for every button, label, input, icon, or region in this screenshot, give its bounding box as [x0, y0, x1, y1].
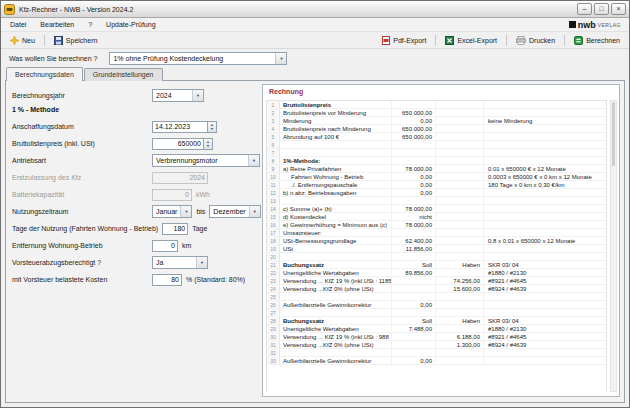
menu-datei[interactable]: Datei [3, 18, 33, 31]
tab-grundeinstellungen[interactable]: Grundeinstellungen [84, 68, 163, 81]
batteriekapazitaet-input [152, 189, 192, 201]
row-description: Minderung [280, 117, 392, 124]
row-value-haben [436, 221, 484, 228]
rechnung-row[interactable]: 20 [267, 253, 606, 261]
rechnung-row[interactable]: 13 [267, 197, 606, 205]
row-value-haben: Haben [436, 317, 484, 324]
row-value-haben [436, 165, 484, 172]
row-value-soll: 89.856,00 [392, 269, 436, 276]
row-description: 1%-Methode: [280, 157, 392, 164]
rechnung-row[interactable]: 14 c) Summe (a)+ (b) 78.000,00 [267, 205, 606, 213]
rechnung-row[interactable]: 31 Verwendung ...KfZ 0% (ohne USt) 1.300… [267, 341, 606, 349]
row-note [484, 213, 606, 220]
excel-export-button[interactable]: Excel-Export [440, 34, 502, 47]
rechnung-row[interactable]: 12 b) n.abz. Betriebsausgaben 0,00 [267, 189, 606, 197]
row-value-soll [392, 229, 436, 236]
row-description [280, 141, 392, 148]
rechnung-row[interactable]: 3 Minderung 0,00 keine Minderung [267, 117, 606, 125]
row-description: Umsatzsteuer: [280, 229, 392, 236]
anschaffungsdatum-input[interactable] [152, 121, 208, 133]
berechnungsart-select[interactable]: 1% ohne Prüfung Kostendeckelung ▼ [109, 52, 287, 65]
berechnen-button[interactable]: Berechnen [569, 34, 625, 47]
row-number: 27 [267, 309, 280, 316]
rechnung-row[interactable]: 5 Abrundung auf 100 € 650.000,00 [267, 133, 606, 141]
rechnung-row[interactable]: 22 Unentgeltliche Wertabgaben 89.856,00 … [267, 269, 606, 277]
rechnung-row[interactable]: 18 USt-Bemessungsgrundlage 62.400,00 0.8… [267, 237, 606, 245]
minimize-button[interactable]: – [577, 3, 592, 15]
rechnung-row[interactable]: 4 Bruttolistenpreis nach Minderung 650.0… [267, 125, 606, 133]
berechnungsjahr-select[interactable]: 2024 ▼ [152, 89, 204, 102]
monat-von-select[interactable]: Januar ▼ [152, 205, 192, 218]
row-description: Buchungssatz [280, 317, 392, 324]
rechnung-row[interactable]: 27 [267, 309, 606, 317]
rechnung-row[interactable]: 25 [267, 293, 606, 301]
speichern-label: Speichern [66, 37, 98, 44]
rechnung-row[interactable]: 1 Bruttolistenpreis [267, 101, 606, 109]
row-value-haben: 15.600,00 [436, 285, 484, 292]
row-note: 0.0003 x 650000 € x 0 km x 12 Monate [484, 173, 606, 180]
tab-berechnungsdaten[interactable]: Berechnungsdaten [6, 67, 83, 81]
row-description: Bruttolistenpreis [280, 101, 392, 108]
toolbar-right: Pdf-Export Excel-Export Drucken [377, 34, 625, 47]
row-number: 29 [267, 325, 280, 332]
row-value-soll: 650.000,00 [392, 125, 436, 132]
pdf-export-button[interactable]: Pdf-Export [377, 34, 431, 47]
rechnung-row[interactable]: 11 ./. Entfernungspauschale 0,00 180 Tag… [267, 181, 606, 189]
rechnung-row[interactable]: 32 [267, 349, 606, 357]
bruttolistenpreis-input[interactable] [152, 138, 204, 150]
row-note: #8921 / #4645 [484, 333, 606, 340]
date-spinner[interactable]: ▲ ▼ [208, 121, 217, 133]
neu-button[interactable]: Neu [5, 34, 40, 47]
rechnung-title: Rechnung [269, 88, 303, 95]
row-note [484, 349, 606, 356]
rechnung-row[interactable]: 24 Verwendung ...KfZ 0% (ohne USt) 15.60… [267, 285, 606, 293]
rechnung-row[interactable]: 6 [267, 141, 606, 149]
scrollbar-thumb[interactable] [612, 102, 615, 166]
rechnung-row[interactable]: 29 Unentgeltliche Wertabgaben 7.488,00 #… [267, 325, 606, 333]
rechnung-row[interactable]: 17 Umsatzsteuer: [267, 229, 606, 237]
rechnung-row[interactable]: 19 USt 11.856,00 [267, 245, 606, 253]
rechnung-row[interactable]: 33 Außerbilanzielle Gewinnkorrektur 0,00 [267, 357, 606, 365]
row-description [280, 309, 392, 316]
row-note [484, 357, 606, 364]
rechnung-row[interactable]: 16 e) Gewinnerhöhung = Minimum aus (c) 7… [267, 221, 606, 229]
row-value-haben [436, 133, 484, 140]
rechnung-row[interactable]: 8 1%-Methode: [267, 157, 606, 165]
tab-page-berechnungsdaten: Berechnungsjahr 2024 ▼ 1 % - Methode Ans… [5, 80, 625, 403]
rechnung-row[interactable]: 2 Bruttolistenpreis vor Minderung 650.00… [267, 109, 606, 117]
rechnung-row[interactable]: 28 Buchungssatz Soll Haben SKR 03/ 04 [267, 317, 606, 325]
entfernung-input[interactable] [152, 240, 178, 252]
rechnung-row[interactable]: 23 Verwendung ... KfZ 19 % (inkl.USt : 1… [267, 277, 606, 285]
close-button[interactable]: × [611, 3, 626, 15]
row-note: SKR 03/ 04 [484, 317, 606, 324]
drucken-button[interactable]: Drucken [511, 34, 560, 47]
rechnung-row[interactable]: 15 d) Kostendeckel nicht [267, 213, 606, 221]
form-row-vorsteuerabzug: Vorsteuerabzugsberechtigt ? Ja ▼ [12, 256, 260, 269]
row-number: 23 [267, 277, 280, 284]
toolbar-separator [44, 35, 45, 46]
rechnung-row[interactable]: 7 [267, 149, 606, 157]
speichern-button[interactable]: Speichern [49, 34, 103, 47]
row-number: 13 [267, 197, 280, 204]
menu-help[interactable]: ? [81, 18, 99, 31]
antriebsart-select[interactable]: Verbrennungsmotor ▼ [152, 154, 260, 167]
menu-bearbeiten[interactable]: Bearbeiten [33, 18, 81, 31]
vorsteuerabzug-select[interactable]: Ja ▼ [152, 256, 208, 269]
price-spinner[interactable]: ▲ ▼ [204, 138, 213, 150]
rechnung-row[interactable]: 21 Buchungssatz Soll Haben SKR 03/ 04 [267, 261, 606, 269]
row-description: Verwendung ...KfZ 0% (ohne USt) [280, 285, 392, 292]
monat-bis-select[interactable]: Dezember ▼ [209, 205, 260, 218]
maximize-button[interactable]: □ [594, 3, 609, 15]
row-note [484, 133, 606, 140]
menu-update-pruefung[interactable]: Update-Prüfung [99, 18, 162, 31]
rechnung-row[interactable]: 26 Außerbilanzielle Gewinnkorrektur 0,00 [267, 301, 606, 309]
rechnung-row[interactable]: 10 Fahrten Wohnung - Betrieb 0,00 0.0003… [267, 173, 606, 181]
rechnung-row[interactable]: 9 a) Reine Privatfahrten 78.000,00 0.01 … [267, 165, 606, 173]
rechnung-row[interactable]: 30 Verwendung ... KfZ 19 % (inkl.USt : 9… [267, 333, 606, 341]
row-value-haben: Haben [436, 261, 484, 268]
vertical-scrollbar[interactable] [610, 100, 617, 392]
vorsteuer-kosten-input[interactable] [152, 274, 182, 286]
nutzungstage-input[interactable] [162, 223, 188, 235]
chevron-down-icon: ▼ [249, 206, 260, 217]
row-value-soll [392, 341, 436, 348]
